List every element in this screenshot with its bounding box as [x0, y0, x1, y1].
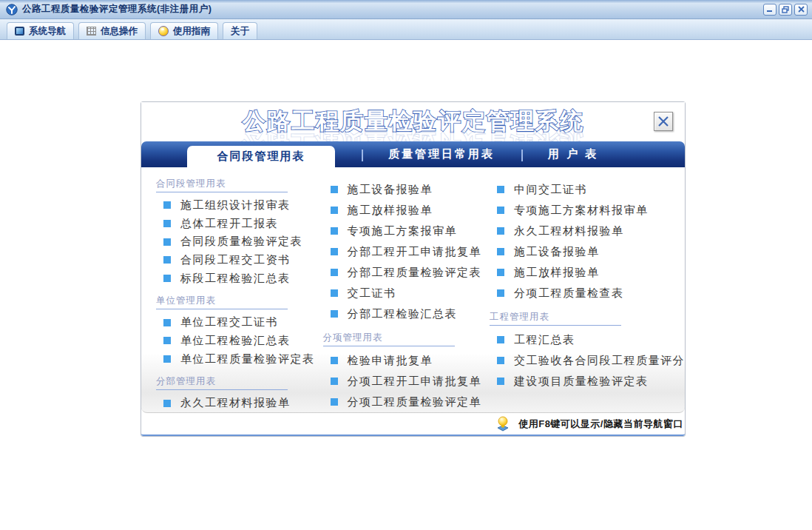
nav-link-label: 建设项目质量检验评定表	[514, 375, 649, 389]
bullet-square-icon	[331, 269, 338, 276]
nav-link[interactable]: 施工放样报验单	[490, 262, 685, 283]
nav-link[interactable]: 中间交工证书	[490, 179, 685, 200]
nav-link-label: 施工放样报验单	[514, 266, 600, 280]
bullet-square-icon	[163, 337, 171, 344]
nav-column-3: 中间交工证书专项施工方案材料报审单永久工程材料报验单施工设备报验单施工放样报验单…	[490, 170, 685, 412]
bullet-square-icon	[331, 227, 338, 235]
nav-link[interactable]: 分项工程质量检查表	[490, 283, 685, 303]
panel-content: 合同段管理用表施工组织设计报审表总体工程开工报表合同段质量检验评定表合同段工程交…	[141, 167, 685, 413]
nav-link[interactable]: 永久工程材料报验单	[156, 394, 323, 412]
panel-tabbar: 合同段管理用表 质量管理日常用表 用 户 表	[141, 141, 685, 167]
bullet-square-icon	[331, 378, 338, 385]
bullet-square-icon	[497, 357, 504, 364]
nav-link[interactable]: 分项工程开工申请批复单	[323, 371, 490, 392]
nav-link-label: 永久工程材料报验单	[180, 396, 291, 410]
nav-link-label: 交工证书	[348, 286, 396, 301]
nav-link[interactable]: 分部工程质量检验评定表	[323, 262, 490, 283]
section-header: 工程管理用表	[490, 309, 621, 326]
bullet-square-icon	[497, 248, 504, 255]
bullet-square-icon	[163, 400, 171, 407]
bullet-square-icon	[163, 275, 171, 282]
nav-link[interactable]: 施工放样报验单	[323, 200, 490, 221]
nav-link[interactable]: 单位工程交工证书	[156, 313, 323, 332]
restore-button[interactable]	[779, 4, 792, 16]
nav-link-label: 单位工程检验汇总表	[180, 334, 291, 348]
nav-column-2: 施工设备报验单施工放样报验单专项施工方案报审单分部工程开工申请批复单分部工程质量…	[323, 170, 490, 412]
bullet-square-icon	[331, 398, 338, 406]
minimize-button[interactable]	[763, 4, 777, 16]
nav-link-label: 施工设备报验单	[348, 183, 433, 197]
bullet-square-icon	[163, 201, 171, 209]
nav-link[interactable]: 合同段质量检验评定表	[156, 232, 323, 251]
nav-link-label: 合同段质量检验评定表	[180, 235, 302, 249]
window-title: 公路工程质量检验评定管理系统(非注册用户)	[22, 3, 212, 16]
bullet-square-icon	[497, 289, 504, 297]
nav-link-label: 专项施工方案报审单	[348, 224, 458, 238]
nav-link[interactable]: 交工验收各合同段工程质量评分	[490, 350, 685, 371]
nav-link[interactable]: 检验申请批复单	[323, 350, 490, 371]
nav-link[interactable]: 永久工程材料报验单	[490, 221, 685, 241]
grid-icon	[87, 27, 96, 36]
bullet-square-icon	[331, 207, 338, 214]
toolbar-button-label: 信息操作	[101, 25, 138, 38]
lightbulb-icon	[494, 415, 512, 433]
tab-separator	[362, 150, 363, 161]
nav-link[interactable]: 专项施工方案报审单	[323, 221, 490, 241]
bullet-square-icon	[497, 378, 504, 385]
nav-link-label: 分项工程开工申请批复单	[348, 375, 482, 389]
toolbar-button-label: 使用指南	[173, 25, 210, 38]
bullet-square-icon	[497, 269, 504, 276]
nav-link[interactable]: 专项施工方案材料报审单	[490, 200, 685, 221]
nav-link[interactable]: 建设项目质量检验评定表	[490, 371, 685, 392]
bullet-square-icon	[163, 319, 171, 326]
nav-link[interactable]: 总体工程开工报表	[156, 215, 323, 233]
close-icon	[798, 6, 805, 13]
monitor-icon	[15, 27, 24, 36]
nav-link[interactable]: 施工设备报验单	[490, 241, 685, 262]
main-toolbar: 系统导航 信息操作 使用指南 关于	[0, 19, 812, 40]
toolbar-button-about[interactable]: 关于	[223, 22, 257, 39]
nav-link[interactable]: 施工设备报验单	[323, 179, 490, 200]
nav-link-label: 单位工程交工证书	[180, 315, 278, 329]
bullet-square-icon	[497, 207, 504, 214]
bullet-square-icon	[331, 186, 338, 193]
nav-link[interactable]: 标段工程检验汇总表	[156, 269, 323, 288]
tab-quality-daily-forms[interactable]: 质量管理日常用表	[388, 147, 495, 161]
toolbar-button-info-ops[interactable]: 信息操作	[78, 22, 146, 39]
nav-link-label: 交工验收各合同段工程质量评分	[514, 354, 685, 368]
toolbar-button-user-guide[interactable]: 使用指南	[150, 22, 218, 39]
nav-link[interactable]: 分部工程开工申请批复单	[323, 241, 490, 262]
window-titlebar: 公路工程质量检验评定管理系统(非注册用户)	[0, 0, 812, 19]
section-header: 单位管理用表	[156, 292, 288, 309]
toolbar-button-label: 系统导航	[29, 25, 66, 38]
tab-contract-section-forms[interactable]: 合同段管理用表	[187, 146, 335, 167]
panel-title-reflection: 公路工程质量检验评定管理系统	[242, 130, 584, 141]
bullet-square-icon	[163, 220, 171, 227]
nav-link-label: 施工设备报验单	[514, 245, 600, 259]
nav-link-label: 专项施工方案材料报审单	[514, 204, 649, 218]
nav-link-label: 施工组织设计报审表	[180, 198, 291, 212]
tab-user-forms[interactable]: 用 户 表	[548, 147, 598, 161]
panel-close-button[interactable]	[654, 112, 673, 131]
panel-title-art: 公路工程质量检验评定管理系统 公路工程质量检验评定管理系统	[192, 104, 635, 141]
restore-icon	[782, 6, 790, 13]
nav-link-label: 分项工程质量检查表	[514, 286, 624, 301]
toolbar-button-system-nav[interactable]: 系统导航	[7, 22, 74, 39]
nav-link[interactable]: 交工证书	[323, 283, 490, 303]
bullet-square-icon	[497, 186, 504, 193]
close-x-icon	[657, 115, 669, 127]
tab-label: 质量管理日常用表	[388, 147, 495, 160]
bullet-square-icon	[497, 227, 504, 235]
nav-link[interactable]: 施工组织设计报审表	[156, 196, 323, 215]
bullet-square-icon	[163, 355, 171, 363]
nav-link[interactable]: 单位工程检验汇总表	[156, 332, 323, 350]
nav-link-label: 施工放样报验单	[348, 204, 433, 218]
nav-link[interactable]: 分项工程质量检验评定单	[323, 392, 490, 412]
nav-link[interactable]: 工程汇总表	[490, 329, 685, 350]
close-button[interactable]	[794, 4, 808, 16]
nav-link[interactable]: 合同段工程交工资书	[156, 251, 323, 269]
bullet-square-icon	[331, 289, 338, 297]
application-window: 公路工程质量检验评定管理系统(非注册用户)	[0, 0, 812, 530]
nav-link[interactable]: 单位工程质量检验评定表	[156, 350, 323, 369]
nav-link[interactable]: 分部工程检验汇总表	[323, 303, 490, 324]
